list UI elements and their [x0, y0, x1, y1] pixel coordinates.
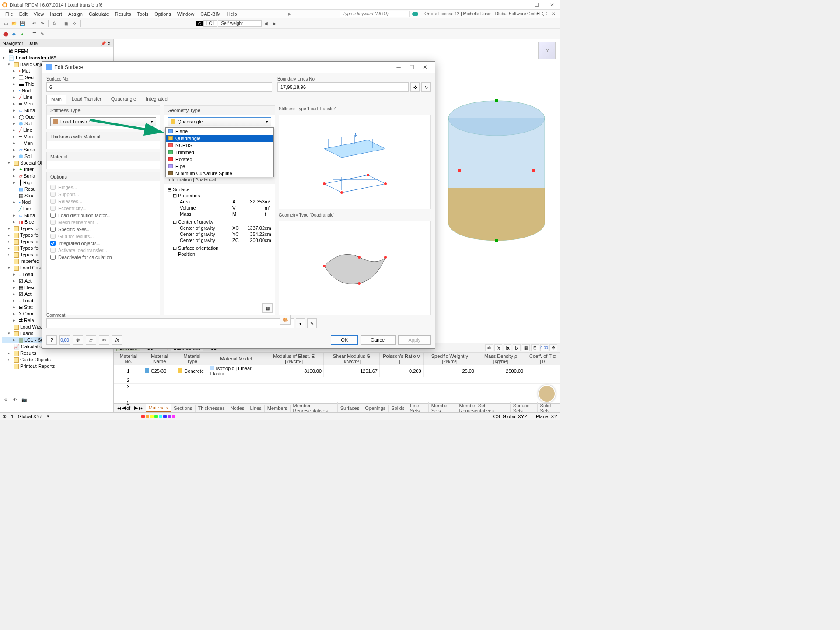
close-button[interactable]: ✕	[546, 1, 558, 9]
tab-main[interactable]: Main	[46, 94, 66, 104]
user-avatar[interactable]	[538, 385, 556, 402]
comment-edit-button[interactable]: ✎	[307, 318, 317, 328]
mini-fxb-icon[interactable]: fx	[504, 344, 511, 351]
keyword-search-input[interactable]	[340, 10, 410, 17]
mini-table-icon[interactable]: ▦	[522, 344, 530, 351]
menu-window[interactable]: Window	[175, 10, 197, 18]
mini-unit-icon[interactable]: 0,00	[540, 344, 548, 351]
option-deactivate-for-calculation[interactable]: Deactivate for calculation	[50, 254, 156, 261]
comment-input[interactable]	[46, 318, 294, 328]
undo-icon[interactable]: ↶	[30, 20, 38, 28]
lc-code[interactable]: LC1	[203, 20, 217, 27]
stiffness-type-select[interactable]: Load Transfer▾	[50, 117, 156, 126]
surface-no-input[interactable]	[46, 82, 272, 92]
mini-gear-icon[interactable]: ⚙	[550, 344, 557, 351]
geometry-type-dropdown[interactable]: PlaneQuadrangleNURBSTrimmedRotatedPipeMi…	[165, 127, 274, 177]
menu-insert[interactable]: Insert	[47, 10, 65, 18]
menu-edit[interactable]: Edit	[17, 10, 30, 18]
boundary-input[interactable]	[277, 82, 409, 92]
pin-icon[interactable]: 📌 ✕	[101, 41, 111, 46]
tab-solids[interactable]: Solids	[388, 405, 407, 412]
tab-surfaces[interactable]: Surfaces	[338, 405, 362, 412]
tab-materials[interactable]: Materials	[146, 404, 172, 412]
surface-button[interactable]: ▱	[86, 335, 96, 345]
menu-tools[interactable]: Tools	[134, 10, 151, 18]
menu-assign[interactable]: Assign	[66, 10, 85, 18]
boundary-pick-button[interactable]: ✜	[410, 82, 420, 92]
dialog-close-button[interactable]: ✕	[418, 64, 431, 70]
nav-camera-icon[interactable]: 📷	[20, 396, 28, 403]
boundary-loop-button[interactable]: ↻	[421, 82, 430, 92]
snap-icon[interactable]: ✧	[70, 20, 78, 28]
menu-cadbim[interactable]: CAD-BIM	[198, 10, 223, 18]
menu-options[interactable]: Options	[152, 10, 174, 18]
tab-nodes[interactable]: Nodes	[228, 405, 248, 412]
redo-icon[interactable]: ↷	[38, 20, 46, 28]
tool-b-icon[interactable]: ◆	[10, 30, 18, 38]
comment-list-button[interactable]: ▾	[296, 318, 305, 328]
tab-sections[interactable]: Sections	[171, 405, 195, 412]
geom-option-plane[interactable]: Plane	[166, 128, 273, 135]
print-icon[interactable]: ⎙	[50, 20, 58, 28]
lc-prev-icon[interactable]: ◀	[262, 20, 270, 28]
mini-fn-icon[interactable]: ab	[485, 344, 493, 351]
lc-name[interactable]: Self-weight	[218, 20, 262, 27]
new-icon[interactable]: ▭	[2, 20, 10, 28]
option-specific-axes-[interactable]: Specific axes...	[50, 226, 156, 233]
menu-view[interactable]: View	[31, 10, 47, 18]
dialog-maximize-button[interactable]: ☐	[405, 64, 418, 70]
minimize-button[interactable]: ─	[514, 1, 527, 9]
dialog-minimize-button[interactable]: ─	[392, 64, 405, 70]
surface-no-label: Surface No.	[46, 76, 272, 82]
geometry-type-select[interactable]: Quadrangle▾	[168, 117, 271, 126]
tab-integrated[interactable]: Integrated	[141, 94, 172, 104]
mini-fx-icon[interactable]: fx	[494, 344, 502, 351]
geom-option-quadrangle[interactable]: Quadrangle	[166, 135, 273, 142]
geom-option-nurbs[interactable]: NURBS	[166, 142, 273, 149]
expand-icon[interactable]: ⛶	[541, 10, 549, 18]
ok-button[interactable]: OK	[331, 335, 358, 345]
window-close-icon[interactable]: ✕	[550, 10, 557, 18]
geom-option-trimmed[interactable]: Trimmed	[166, 149, 273, 156]
tool-e-icon[interactable]: ✎	[38, 30, 46, 38]
mini-fxs-icon[interactable]: fx	[513, 344, 521, 351]
open-icon[interactable]: 📂	[10, 20, 18, 28]
option-load-distribution-factor-[interactable]: Load distribution factor...	[50, 212, 156, 219]
geom-option-minimum-curvature-spline[interactable]: Minimum Curvature Spline	[166, 170, 273, 177]
unit-button[interactable]: 0,00	[60, 335, 70, 345]
tab-load-transfer[interactable]: Load Transfer	[67, 94, 106, 104]
tab-quadrangle[interactable]: Quadrangle	[107, 94, 141, 104]
grid-icon[interactable]: ▦	[62, 20, 70, 28]
menu-help[interactable]: Help	[224, 10, 240, 18]
scissor-button[interactable]: ✂	[99, 335, 109, 345]
mini-grid-icon[interactable]: ⊞	[531, 344, 539, 351]
tool-a-icon[interactable]: ⬤	[2, 30, 10, 38]
pick-button[interactable]: ✜	[73, 335, 83, 345]
geom-option-pipe[interactable]: Pipe	[166, 163, 273, 170]
info-table-button[interactable]: ▦	[262, 303, 273, 313]
lc-next-icon[interactable]: ▶	[270, 20, 278, 28]
tool-d-icon[interactable]: ☰	[30, 30, 38, 38]
cancel-button[interactable]: Cancel	[360, 335, 396, 345]
tab-members[interactable]: Members	[265, 405, 290, 412]
color-picker-button[interactable]: 🎨	[280, 315, 290, 325]
tool-c-icon[interactable]: ▲	[18, 30, 26, 38]
geom-option-rotated[interactable]: Rotated	[166, 156, 273, 163]
materials-table[interactable]: Material No.Material NameMaterial TypeMa…	[114, 352, 560, 390]
menu-results[interactable]: Results	[112, 10, 134, 18]
menu-file[interactable]: File	[3, 10, 16, 18]
maximize-button[interactable]: ☐	[530, 1, 542, 9]
tab-thicknesses[interactable]: Thicknesses	[196, 405, 228, 412]
view-cube[interactable]: -Y	[538, 42, 556, 60]
status-global-cs[interactable]: 1 - Global XYZ	[11, 414, 42, 419]
option-integrated-objects-[interactable]: Integrated objects...	[50, 240, 156, 247]
tab-lines[interactable]: Lines	[247, 405, 264, 412]
save-icon[interactable]: 💾	[18, 20, 26, 28]
tab-openings[interactable]: Openings	[362, 405, 388, 412]
menu-calculate[interactable]: Calculate	[86, 10, 112, 18]
apply-button[interactable]: Apply	[398, 335, 430, 345]
nav-eye-icon[interactable]: 👁	[11, 396, 19, 403]
nav-settings-icon[interactable]: ⚙	[2, 396, 10, 403]
fx-button[interactable]: fx	[112, 335, 122, 345]
help-button[interactable]: ?	[46, 335, 57, 345]
